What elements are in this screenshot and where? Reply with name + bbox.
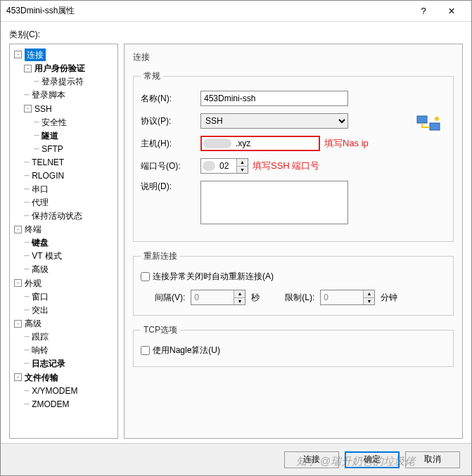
svg-rect-0 [417, 116, 427, 123]
tree-item[interactable]: ····日志记录 [23, 356, 116, 370]
tree-item-label: 突出 [32, 304, 49, 316]
tree-leaf-marker: ···· [24, 236, 29, 249]
help-button[interactable]: ? [409, 1, 438, 21]
tree-item[interactable]: -终端····键盘····VT 模式····高级 [13, 222, 116, 276]
button-bar: 连接 确定 取消 [1, 443, 471, 475]
limit-spinner[interactable]: ▲▼ [320, 290, 375, 305]
tree-item[interactable]: ····突出 [23, 303, 116, 316]
tree-item[interactable]: -高级····跟踪····响铃····日志记录 [13, 316, 116, 371]
tree-item-label: 外观 [25, 277, 42, 290]
tree-item[interactable]: ····隧道 [32, 129, 116, 142]
auto-reconnect-checkbox[interactable] [141, 272, 150, 281]
port-input[interactable] [217, 159, 236, 173]
tree-item[interactable]: ····高级 [23, 262, 116, 276]
general-group: 常规 名称(N): 协议(P): SSH 主机(H): [133, 70, 454, 242]
tree-item[interactable]: ····代理 [23, 195, 116, 209]
tree-item[interactable]: -连接-用户身份验证····登录提示符····登录脚本-SSH····安全性··… [13, 47, 116, 222]
tree-item[interactable]: ····TELNET [23, 155, 116, 169]
reconnect-group: 重新连接 连接异常关闭时自动重新连接(A) 间隔(V): ▲▼ 秒 限制(L [133, 250, 454, 316]
tree-item[interactable]: ····SFTP [32, 142, 116, 155]
collapse-icon[interactable]: - [14, 51, 22, 58]
tcp-legend: TCP选项 [141, 324, 180, 336]
tree-leaf-marker: ···· [34, 75, 39, 88]
connect-button[interactable]: 连接 [284, 451, 339, 468]
interval-spinner[interactable]: ▲▼ [191, 290, 245, 305]
reconnect-legend: 重新连接 [141, 250, 180, 262]
tree-item-label: VT 模式 [32, 250, 61, 262]
tree-item-label: 终端 [25, 223, 42, 236]
name-label: 名称(N): [141, 93, 200, 105]
tree-item-label: RLOGIN [32, 169, 64, 182]
spin-down-icon[interactable]: ▼ [364, 298, 374, 305]
sec-label: 秒 [251, 292, 260, 304]
interval-label: 间隔(V): [155, 292, 185, 304]
tree-leaf-marker: ···· [24, 263, 29, 276]
tree-leaf-marker: ···· [24, 169, 29, 182]
tree-item-label: 响铃 [32, 344, 49, 356]
nagle-label: 使用Nagle算法(U) [153, 345, 220, 356]
tree-item[interactable]: ····登录脚本 [23, 88, 116, 101]
tree-item-label: X/YMODEM [32, 385, 77, 397]
tree-item[interactable]: -SSH····安全性····隧道····SFTP [23, 101, 116, 155]
tree-item[interactable]: -用户身份验证····登录提示符 [23, 61, 116, 89]
tree-item[interactable]: ····跟踪 [23, 330, 116, 343]
connection-icon [416, 113, 441, 134]
tree-item[interactable]: ····登录提示符 [32, 75, 116, 88]
collapse-icon[interactable]: - [14, 320, 22, 328]
svg-point-2 [435, 117, 439, 121]
tree-leaf-marker: ···· [24, 183, 29, 195]
collapse-icon[interactable]: - [24, 65, 32, 72]
tree-item[interactable]: -文件传输····X/YMODEM····ZMODEM [13, 370, 116, 411]
tree-item[interactable]: ····响铃 [23, 343, 116, 356]
settings-panel: 连接 常规 名称(N): 协议(P): [124, 44, 463, 439]
tree-item[interactable]: ····安全性 [32, 115, 116, 129]
collapse-icon[interactable]: - [14, 279, 22, 287]
tree-item[interactable]: ····串口 [23, 182, 116, 195]
tree-item[interactable]: -外观····窗口····突出 [13, 276, 116, 316]
desc-textarea[interactable] [200, 181, 348, 224]
host-mask [203, 139, 231, 148]
tree-item[interactable]: ····键盘 [23, 236, 116, 249]
port-spinner[interactable]: ▲▼ [200, 158, 248, 174]
tree-item[interactable]: ····ZMODEM [23, 397, 116, 411]
tree-item-label: SSH [34, 103, 52, 115]
close-button[interactable]: × [438, 1, 466, 21]
tree-item-label: 高级 [25, 317, 42, 330]
tree-item[interactable]: ····RLOGIN [23, 169, 116, 182]
tree-item[interactable]: ····VT 模式 [23, 249, 116, 262]
collapse-icon[interactable]: - [14, 373, 22, 381]
tree-item-label: 窗口 [32, 290, 49, 303]
tree-leaf-marker: ···· [24, 304, 29, 316]
tree-item[interactable]: ····保持活动状态 [23, 209, 116, 222]
protocol-label: 协议(P): [141, 115, 200, 127]
tree-item-label: 安全性 [42, 116, 67, 129]
tree-item[interactable]: ····窗口 [23, 290, 116, 303]
tree-item-label: 保持活动状态 [32, 210, 82, 222]
spin-up-icon[interactable]: ▲ [364, 290, 374, 298]
category-tree[interactable]: -连接-用户身份验证····登录提示符····登录脚本-SSH····安全性··… [9, 44, 118, 439]
tree-leaf-marker: ···· [24, 344, 29, 356]
tree-leaf-marker: ···· [24, 398, 29, 411]
tree-item-label: 代理 [32, 196, 49, 209]
collapse-icon[interactable]: - [14, 226, 22, 233]
nagle-checkbox[interactable] [141, 346, 150, 355]
protocol-select[interactable]: SSH [200, 113, 348, 129]
tree-leaf-marker: ···· [24, 385, 29, 397]
tree-leaf-marker: ···· [24, 89, 29, 101]
spin-up-icon[interactable]: ▲ [237, 159, 248, 167]
spin-down-icon[interactable]: ▼ [237, 167, 248, 174]
tree-item-label: 用户身份验证 [34, 62, 85, 75]
spin-down-icon[interactable]: ▼ [234, 298, 245, 305]
tree-item[interactable]: ····X/YMODEM [23, 384, 116, 397]
cancel-button[interactable]: 取消 [405, 451, 460, 468]
tree-item-label: 跟踪 [32, 330, 49, 343]
tree-leaf-marker: ···· [34, 129, 39, 142]
tree-item-label: 键盘 [32, 236, 49, 249]
ok-button[interactable]: 确定 [345, 451, 400, 468]
collapse-icon[interactable]: - [24, 105, 32, 112]
tree-leaf-marker: ···· [24, 250, 29, 262]
spin-up-icon[interactable]: ▲ [234, 290, 245, 298]
tree-leaf-marker: ···· [24, 290, 29, 303]
name-input[interactable] [200, 91, 348, 106]
general-legend: 常规 [141, 70, 163, 82]
